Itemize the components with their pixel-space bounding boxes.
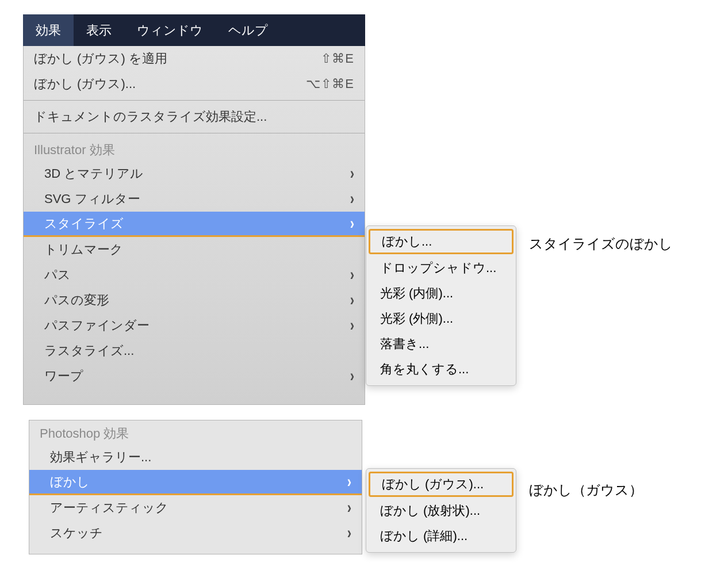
- menu-item-artistic[interactable]: アーティスティック ›: [29, 495, 362, 521]
- menu-item-shortcut: ⇧⌘E: [321, 51, 354, 66]
- annotation-stylize-blur: スタイライズのぼかし: [529, 235, 673, 253]
- menu-item-warp[interactable]: ワープ ›: [24, 363, 365, 389]
- menubar-item-label: 効果: [36, 22, 61, 39]
- submenu-item-label: ぼかし (詳細)...: [380, 527, 468, 545]
- submenu-item-gaussian-blur[interactable]: ぼかし (ガウス)...: [369, 472, 514, 497]
- menubar-item-help[interactable]: ヘルプ: [216, 14, 281, 46]
- blur-submenu: ぼかし (ガウス)... ぼかし (放射状)... ぼかし (詳細)...: [366, 468, 516, 553]
- submenu-item-label: 光彩 (外側)...: [380, 310, 453, 327]
- menu-item-label: ラスタライズ...: [44, 342, 354, 359]
- chevron-right-icon: ›: [350, 164, 354, 183]
- menu-item-shortcut: ⌥⇧⌘E: [306, 76, 354, 91]
- menu-item-label: スタイライズ: [44, 215, 344, 232]
- menu-item-path-distort[interactable]: パスの変形 ›: [24, 288, 365, 313]
- menubar-item-window[interactable]: ウィンドウ: [124, 14, 216, 46]
- submenu-item-label: ぼかし...: [382, 233, 432, 250]
- effect-menu-dropdown-bottom: Photoshop 効果 効果ギャラリー... ぼかし › アーティスティック …: [29, 420, 362, 554]
- submenu-item-label: ぼかし (ガウス)...: [382, 476, 484, 493]
- menu-item-path[interactable]: パス ›: [24, 262, 365, 288]
- menu-item-sketch[interactable]: スケッチ ›: [29, 521, 362, 546]
- stylize-submenu: ぼかし... ドロップシャドウ... 光彩 (内側)... 光彩 (外側)...…: [366, 225, 516, 386]
- menu-item-label: パス: [44, 266, 344, 284]
- menu-item-label: ぼかし: [50, 473, 342, 491]
- chevron-right-icon: ›: [350, 214, 354, 234]
- chevron-right-icon: ›: [350, 366, 354, 386]
- submenu-item-scribble[interactable]: 落書き...: [366, 331, 516, 357]
- menu-divider: [24, 133, 365, 133]
- submenu-item-label: 角を丸くする...: [380, 361, 469, 378]
- menu-item-apply-gaussian-blur[interactable]: ぼかし (ガウス) を適用 ⇧⌘E: [24, 46, 365, 71]
- menu-item-gaussian-blur[interactable]: ぼかし (ガウス)... ⌥⇧⌘E: [24, 71, 365, 97]
- menu-item-label: 効果ギャラリー...: [50, 449, 351, 466]
- menu-item-label: ワープ: [44, 368, 344, 385]
- menu-section-illustrator: Illustrator 効果: [24, 137, 365, 161]
- chevron-right-icon: ›: [347, 523, 351, 543]
- menu-item-document-raster-settings[interactable]: ドキュメントのラスタライズ効果設定...: [24, 104, 365, 129]
- menu-item-blur-ps[interactable]: ぼかし ›: [29, 470, 362, 495]
- menu-item-trim-marks[interactable]: トリムマーク: [24, 237, 365, 262]
- menu-item-label: ドキュメントのラスタライズ効果設定...: [34, 108, 354, 125]
- submenu-item-round-corners[interactable]: 角を丸くする...: [366, 357, 516, 382]
- annotation-gaussian-blur: ぼかし（ガウス）: [529, 481, 643, 499]
- submenu-item-label: ドロップシャドウ...: [380, 259, 496, 277]
- effect-menu-dropdown: ぼかし (ガウス) を適用 ⇧⌘E ぼかし (ガウス)... ⌥⇧⌘E ドキュメ…: [23, 46, 365, 405]
- chevron-right-icon: ›: [350, 265, 354, 285]
- menu-section-photoshop: Photoshop 効果: [29, 420, 362, 445]
- menubar-item-label: 表示: [86, 22, 112, 39]
- menu-item-svg-filter[interactable]: SVG フィルター ›: [24, 186, 365, 212]
- submenu-item-radial-blur[interactable]: ぼかし (放射状)...: [366, 498, 516, 523]
- chevron-right-icon: ›: [347, 498, 351, 518]
- submenu-item-drop-shadow[interactable]: ドロップシャドウ...: [366, 255, 516, 281]
- menubar-item-view[interactable]: 表示: [74, 14, 124, 46]
- menu-item-label: アーティスティック: [50, 499, 342, 516]
- submenu-item-label: ぼかし (放射状)...: [380, 502, 480, 519]
- menu-item-label: パスの変形: [44, 292, 344, 309]
- submenu-item-label: 光彩 (内側)...: [380, 285, 453, 302]
- menu-divider: [24, 100, 365, 101]
- submenu-item-label: 落書き...: [380, 335, 429, 353]
- menu-item-label: スケッチ: [50, 525, 342, 542]
- chevron-right-icon: ›: [347, 472, 351, 492]
- menu-item-stylize[interactable]: スタイライズ ›: [24, 212, 365, 237]
- menu-item-label: ぼかし (ガウス) を適用: [34, 50, 321, 67]
- menu-item-3d-material[interactable]: 3D とマテリアル ›: [24, 161, 365, 186]
- submenu-item-inner-glow[interactable]: 光彩 (内側)...: [366, 281, 516, 306]
- submenu-item-outer-glow[interactable]: 光彩 (外側)...: [366, 306, 516, 331]
- submenu-item-blur[interactable]: ぼかし...: [369, 229, 514, 254]
- menu-item-label: トリムマーク: [44, 241, 354, 258]
- menubar-item-label: ウィンドウ: [137, 22, 203, 39]
- menu-item-label: パスファインダー: [44, 317, 344, 334]
- submenu-item-smart-blur[interactable]: ぼかし (詳細)...: [366, 523, 516, 549]
- chevron-right-icon: ›: [350, 290, 354, 310]
- menubar: 効果 表示 ウィンドウ ヘルプ: [23, 14, 365, 46]
- chevron-right-icon: ›: [350, 189, 354, 209]
- menu-item-effect-gallery[interactable]: 効果ギャラリー...: [29, 445, 362, 470]
- menubar-item-effect[interactable]: 効果: [23, 14, 74, 46]
- chevron-right-icon: ›: [350, 316, 354, 335]
- menu-item-label: 3D とマテリアル: [44, 165, 344, 182]
- menu-item-label: SVG フィルター: [44, 190, 344, 208]
- menubar-item-label: ヘルプ: [228, 22, 268, 39]
- menu-item-rasterize[interactable]: ラスタライズ...: [24, 338, 365, 363]
- menu-item-label: ぼかし (ガウス)...: [34, 75, 306, 93]
- menu-item-pathfinder[interactable]: パスファインダー ›: [24, 313, 365, 338]
